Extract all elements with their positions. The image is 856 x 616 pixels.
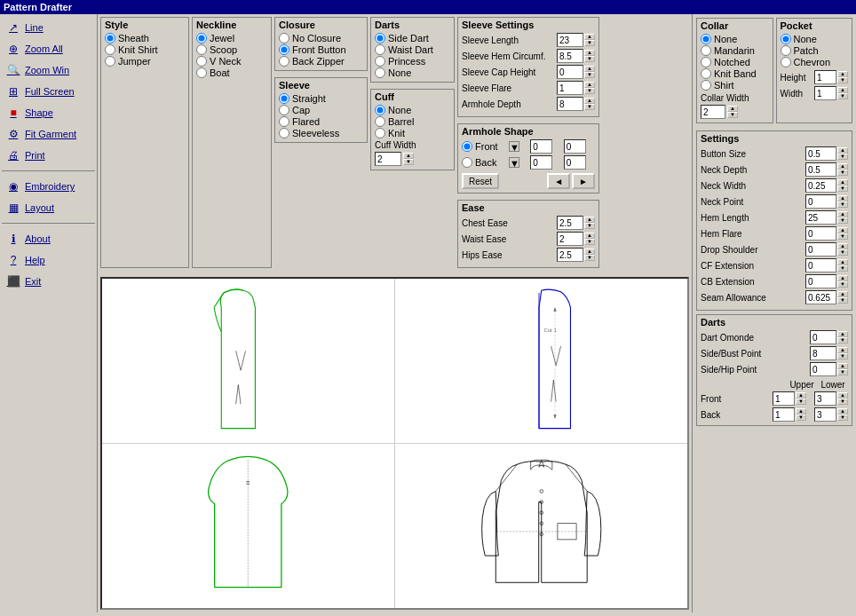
- back-lower-up[interactable]: ▲: [837, 408, 848, 415]
- back-upper-up[interactable]: ▲: [796, 408, 806, 415]
- collar-mandarin[interactable]: Mandarin: [701, 45, 769, 56]
- back-upper-down[interactable]: ▼: [796, 415, 806, 421]
- pocket-height-input[interactable]: [814, 70, 836, 84]
- cuff-knit[interactable]: Knit: [375, 128, 450, 138]
- sleeve-hem-down[interactable]: ▼: [584, 56, 595, 62]
- cuff-barrel[interactable]: Barrel: [375, 116, 450, 127]
- tool-help[interactable]: ? Help: [2, 250, 95, 270]
- pocket-width-input[interactable]: [814, 86, 836, 100]
- chest-ease-up[interactable]: ▲: [584, 217, 595, 223]
- sleeve-sleeveless[interactable]: Sleeveless: [279, 128, 363, 138]
- collar-width-input[interactable]: [701, 105, 725, 119]
- darts-princess[interactable]: Princess: [375, 56, 450, 67]
- tool-shape[interactable]: ■ Shape: [2, 103, 95, 122]
- front-upper-input[interactable]: [773, 391, 795, 406]
- sleeve-cap-input[interactable]: [557, 65, 583, 79]
- darts-none[interactable]: None: [375, 67, 450, 78]
- closure-back[interactable]: Back Zipper: [279, 56, 363, 67]
- sleeve-flared[interactable]: Flared: [279, 116, 363, 127]
- cuff-width-down[interactable]: ▼: [403, 159, 414, 165]
- neckline-vneck[interactable]: V Neck: [196, 56, 267, 67]
- tool-embroidery[interactable]: ◉ Embroidery: [2, 177, 95, 196]
- cf-extension-down[interactable]: ▼: [837, 265, 848, 272]
- dart-omonde-up[interactable]: ▲: [837, 331, 848, 337]
- neck-point-up[interactable]: ▲: [837, 195, 848, 201]
- sleeve-flare-up[interactable]: ▲: [584, 82, 595, 88]
- cb-extension-up[interactable]: ▲: [837, 275, 848, 281]
- sleeve-length-input[interactable]: [557, 33, 583, 47]
- button-size-down[interactable]: ▼: [837, 154, 848, 160]
- style-jumper[interactable]: Jumper: [105, 56, 185, 67]
- darts-side[interactable]: Side Dart: [375, 33, 450, 43]
- back-upper-input[interactable]: [773, 407, 795, 422]
- armhole-depth-down[interactable]: ▼: [584, 104, 595, 110]
- cf-extension-input[interactable]: [805, 258, 836, 272]
- hips-ease-input[interactable]: [557, 248, 583, 262]
- drop-shoulder-input[interactable]: [805, 242, 836, 257]
- button-size-up[interactable]: ▲: [837, 147, 848, 154]
- pocket-height-down[interactable]: ▼: [837, 77, 848, 83]
- cuff-width-up[interactable]: ▲: [403, 153, 414, 159]
- neck-depth-down[interactable]: ▼: [837, 170, 848, 176]
- armhole-back-v1[interactable]: [530, 155, 552, 170]
- hem-flare-input[interactable]: [805, 226, 836, 241]
- neckline-scoop[interactable]: Scoop: [196, 44, 267, 55]
- neck-width-down[interactable]: ▼: [837, 186, 848, 192]
- front-lower-down[interactable]: ▼: [837, 399, 848, 405]
- drop-shoulder-up[interactable]: ▲: [837, 243, 848, 249]
- pocket-height-up[interactable]: ▲: [837, 71, 848, 77]
- tool-zoom-all[interactable]: ⊕ Zoom All: [2, 39, 95, 59]
- front-upper-up[interactable]: ▲: [796, 392, 806, 399]
- collar-none[interactable]: None: [701, 34, 769, 44]
- armhole-right-button[interactable]: ►: [572, 173, 595, 189]
- sleeve-straight[interactable]: Straight: [279, 93, 363, 104]
- cb-extension-down[interactable]: ▼: [837, 281, 848, 288]
- tool-full-screen[interactable]: ⊞ Full Screen: [2, 82, 95, 101]
- armhole-depth-input[interactable]: [557, 97, 583, 111]
- tool-layout[interactable]: ▦ Layout: [2, 198, 95, 217]
- dart-omonde-down[interactable]: ▼: [837, 337, 848, 344]
- hem-length-input[interactable]: [805, 210, 836, 225]
- tool-exit[interactable]: ⬛ Exit: [2, 272, 95, 291]
- reset-button[interactable]: Reset: [462, 173, 499, 189]
- closure-none[interactable]: No Closure: [279, 33, 363, 43]
- pocket-chevron[interactable]: Chevron: [781, 57, 849, 67]
- darts-waist[interactable]: Waist Dart: [375, 44, 450, 55]
- pocket-width-down[interactable]: ▼: [837, 93, 848, 99]
- sleeve-flare-down[interactable]: ▼: [584, 88, 595, 94]
- sleeve-hem-up[interactable]: ▲: [584, 50, 595, 56]
- chest-ease-down[interactable]: ▼: [584, 223, 595, 229]
- hem-length-up[interactable]: ▲: [837, 211, 848, 217]
- tool-line[interactable]: ↗ Line: [2, 18, 95, 37]
- hem-flare-down[interactable]: ▼: [837, 233, 848, 240]
- neck-point-input[interactable]: [805, 194, 836, 209]
- drop-shoulder-down[interactable]: ▼: [837, 249, 848, 256]
- side-bust-up[interactable]: ▲: [837, 347, 848, 353]
- seam-allowance-up[interactable]: ▲: [837, 291, 848, 297]
- hips-ease-up[interactable]: ▲: [584, 249, 595, 255]
- cuff-width-input[interactable]: [375, 152, 401, 166]
- collar-shirt[interactable]: Shirt: [701, 80, 769, 91]
- sleeve-flare-input[interactable]: [557, 81, 583, 95]
- closure-front[interactable]: Front Button: [279, 44, 363, 55]
- armhole-left-button[interactable]: ◄: [547, 173, 570, 189]
- neck-depth-input[interactable]: [805, 162, 836, 177]
- waist-ease-up[interactable]: ▲: [584, 233, 595, 239]
- armhole-front[interactable]: Front: [462, 141, 507, 152]
- side-hip-down[interactable]: ▼: [837, 369, 848, 375]
- tool-zoom-win[interactable]: 🔍 Zoom Win: [2, 60, 95, 80]
- style-sheath[interactable]: Sheath: [105, 33, 185, 43]
- neckline-boat[interactable]: Boat: [196, 67, 267, 78]
- pocket-none[interactable]: None: [781, 34, 849, 44]
- sleeve-cap-down[interactable]: ▼: [584, 72, 595, 78]
- front-upper-down[interactable]: ▼: [796, 399, 806, 405]
- side-hip-input[interactable]: [810, 362, 836, 376]
- sleeve-length-down[interactable]: ▼: [584, 40, 595, 46]
- armhole-front-v1[interactable]: [530, 139, 552, 154]
- waist-ease-input[interactable]: [557, 232, 583, 246]
- hem-flare-up[interactable]: ▲: [837, 227, 848, 233]
- tool-fit-garment[interactable]: ⚙ Fit Garment: [2, 124, 95, 144]
- neck-point-down[interactable]: ▼: [837, 201, 848, 208]
- sleeve-length-up[interactable]: ▲: [584, 34, 595, 40]
- side-bust-input[interactable]: [810, 346, 836, 360]
